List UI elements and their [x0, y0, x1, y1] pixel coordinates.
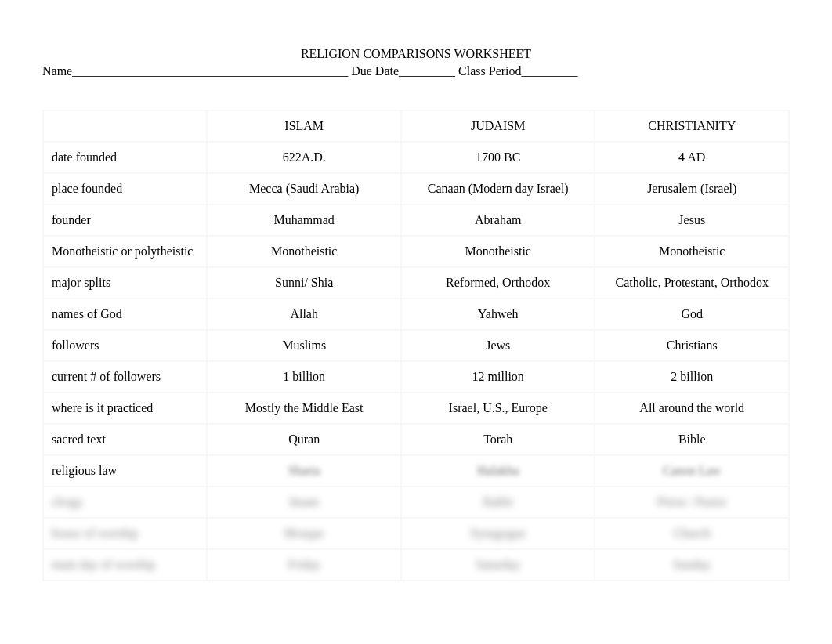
cell-christianity: Priest / Pastor — [595, 487, 789, 518]
cell-christianity: Sunday — [595, 549, 789, 581]
cell-christianity: Canon Law — [595, 455, 789, 487]
cell-islam: Sunni/ Shia — [207, 267, 401, 298]
table-row: clergy Imam Rabbi Priest / Pastor — [43, 487, 789, 518]
table-row: place founded Mecca (Saudi Arabia) Canaa… — [43, 173, 789, 204]
header-judaism: JUDAISM — [401, 110, 595, 142]
cell-judaism: Saturday — [401, 549, 595, 581]
cell-christianity: Jerusalem (Israel) — [595, 173, 789, 204]
row-label: major splits — [43, 267, 207, 298]
cell-christianity: Church — [595, 518, 789, 549]
cell-judaism: Israel, U.S., Europe — [401, 393, 595, 424]
cell-islam: Muslims — [207, 330, 401, 361]
cell-islam: Imam — [207, 487, 401, 518]
cell-christianity: Bible — [595, 424, 789, 455]
cell-judaism: Monotheistic — [401, 236, 595, 267]
cell-christianity: 4 AD — [595, 142, 789, 173]
cell-islam: Mostly the Middle East — [207, 393, 401, 424]
header-islam: ISLAM — [207, 110, 401, 142]
table-row: major splits Sunni/ Shia Reformed, Ortho… — [43, 267, 789, 298]
table-row: sacred text Quran Torah Bible — [43, 424, 789, 455]
cell-christianity: God — [595, 298, 789, 330]
cell-christianity: Catholic, Protestant, Orthodox — [595, 267, 789, 298]
row-label: names of God — [43, 298, 207, 330]
header-christianity: CHRISTIANITY — [595, 110, 789, 142]
table-row: founder Muhammad Abraham Jesus — [43, 204, 789, 236]
table-row: house of worship Mosque Synagogue Church — [43, 518, 789, 549]
row-label: Monotheistic or polytheistic — [43, 236, 207, 267]
table-row: followers Muslims Jews Christians — [43, 330, 789, 361]
table-row: main day of worship Friday Saturday Sund… — [43, 549, 789, 581]
row-label: followers — [43, 330, 207, 361]
cell-christianity: Jesus — [595, 204, 789, 236]
cell-judaism: 12 million — [401, 361, 595, 393]
table-row: where is it practiced Mostly the Middle … — [43, 393, 789, 424]
row-label: sacred text — [43, 424, 207, 455]
table-row: current # of followers 1 billion 12 mill… — [43, 361, 789, 393]
header-empty — [43, 110, 207, 142]
cell-islam: Mosque — [207, 518, 401, 549]
row-label: where is it practiced — [43, 393, 207, 424]
cell-islam: Friday — [207, 549, 401, 581]
row-label: current # of followers — [43, 361, 207, 393]
cell-judaism: Reformed, Orthodox — [401, 267, 595, 298]
cell-judaism: Halakha — [401, 455, 595, 487]
cell-christianity: Monotheistic — [595, 236, 789, 267]
row-label: founder — [43, 204, 207, 236]
cell-islam: Mecca (Saudi Arabia) — [207, 173, 401, 204]
cell-islam: 1 billion — [207, 361, 401, 393]
cell-islam: Allah — [207, 298, 401, 330]
cell-christianity: Christians — [595, 330, 789, 361]
row-label: date founded — [43, 142, 207, 173]
row-label: house of worship — [43, 518, 207, 549]
row-label: clergy — [43, 487, 207, 518]
cell-judaism: Synagogue — [401, 518, 595, 549]
row-label: religious law — [43, 455, 207, 487]
cell-judaism: Torah — [401, 424, 595, 455]
worksheet-title: RELIGION COMPARISONS WORKSHEET — [42, 47, 790, 61]
cell-christianity: 2 billion — [595, 361, 789, 393]
row-label: main day of worship — [43, 549, 207, 581]
table-row: Monotheistic or polytheistic Monotheisti… — [43, 236, 789, 267]
table-header-row: ISLAM JUDAISM CHRISTIANITY — [43, 110, 789, 142]
cell-judaism: Jews — [401, 330, 595, 361]
cell-islam: Muhammad — [207, 204, 401, 236]
cell-judaism: Rabbi — [401, 487, 595, 518]
cell-christianity: All around the world — [595, 393, 789, 424]
cell-judaism: Abraham — [401, 204, 595, 236]
table-row: religious law Sharia Halakha Canon Law — [43, 455, 789, 487]
table-row: date founded 622A.D. 1700 BC 4 AD — [43, 142, 789, 173]
cell-islam: Quran — [207, 424, 401, 455]
comparison-table: ISLAM JUDAISM CHRISTIANITY date founded … — [42, 110, 790, 581]
cell-islam: 622A.D. — [207, 142, 401, 173]
cell-judaism: Canaan (Modern day Israel) — [401, 173, 595, 204]
table-row: names of God Allah Yahweh God — [43, 298, 789, 330]
row-label: place founded — [43, 173, 207, 204]
cell-islam: Sharia — [207, 455, 401, 487]
cell-islam: Monotheistic — [207, 236, 401, 267]
worksheet-header-line: Name____________________________________… — [42, 64, 790, 78]
cell-judaism: 1700 BC — [401, 142, 595, 173]
cell-judaism: Yahweh — [401, 298, 595, 330]
